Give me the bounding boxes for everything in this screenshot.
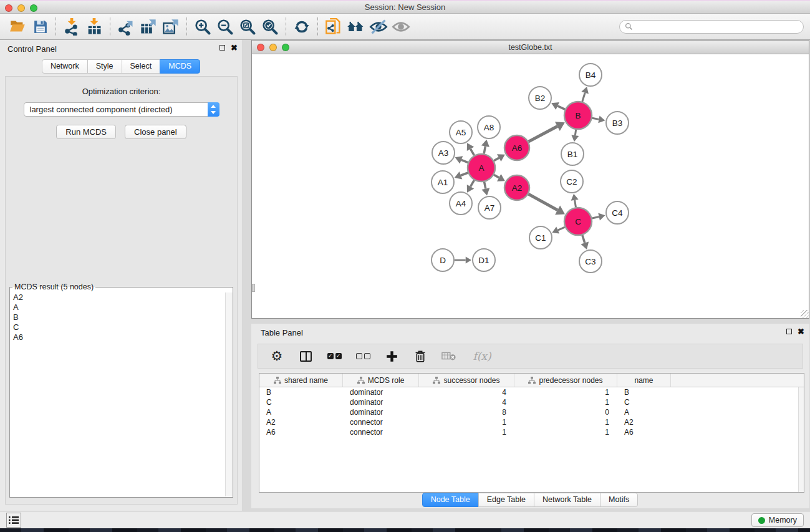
function-builder-button[interactable]: f(x) xyxy=(470,349,494,364)
table-cell[interactable]: 0 xyxy=(514,407,617,417)
new-network-from-selection-button[interactable] xyxy=(322,16,345,37)
memory-button[interactable]: Memory xyxy=(751,513,804,527)
table-cell[interactable]: connector xyxy=(343,427,419,437)
graph-edge-A2-C[interactable] xyxy=(528,194,557,210)
close-panel-button[interactable]: Close panel xyxy=(125,125,186,139)
show-all-button[interactable] xyxy=(390,16,412,37)
column-header-MCDS-role[interactable]: MCDS role xyxy=(343,374,419,387)
graph-edge-A-A6[interactable] xyxy=(494,158,499,161)
network-canvas[interactable]: B4B2BB3B1A5A8A6A3AA1C2A4A7A2C4CC1C3DD1 xyxy=(252,54,809,318)
table-row[interactable]: Bdominator41B xyxy=(259,387,804,397)
graph-edge-A-A7[interactable] xyxy=(485,182,486,189)
first-neighbors-button[interactable] xyxy=(345,16,367,37)
import-network-button[interactable] xyxy=(60,16,83,37)
table-cell[interactable]: B xyxy=(259,387,343,397)
tab-edge-table[interactable]: Edge Table xyxy=(478,493,534,507)
table-cell[interactable]: connector xyxy=(343,417,419,427)
zoom-in-button[interactable] xyxy=(191,16,214,37)
graph-edge-A6-B[interactable] xyxy=(529,127,557,142)
hide-selection-button[interactable] xyxy=(367,16,390,37)
table-cell[interactable]: 4 xyxy=(419,387,514,397)
table-cell[interactable]: 4 xyxy=(419,397,514,407)
column-header-predecessor-nodes[interactable]: predecessor nodes xyxy=(514,374,617,387)
table-cell[interactable]: 1 xyxy=(419,427,514,437)
tab-style[interactable]: Style xyxy=(87,59,122,74)
graph-edge-A-A2[interactable] xyxy=(494,175,499,178)
table-cell[interactable]: 1 xyxy=(514,427,617,437)
table-settings-button[interactable]: ⚙ xyxy=(269,349,284,364)
result-scrollbar[interactable] xyxy=(225,293,233,496)
search-input[interactable] xyxy=(635,22,798,31)
table-row[interactable]: Cdominator41C xyxy=(259,397,804,407)
table-scrollbar[interactable] xyxy=(798,387,804,492)
table-cell[interactable]: dominator xyxy=(343,387,419,397)
table-cell[interactable]: C xyxy=(259,397,343,407)
table-cell[interactable]: 1 xyxy=(514,417,617,427)
graph-edge-B-B1[interactable] xyxy=(575,130,576,135)
export-image-button[interactable] xyxy=(160,16,182,37)
select-all-button[interactable]: ✓✓ xyxy=(327,349,342,364)
table-cell[interactable]: A6 xyxy=(259,427,343,437)
search-box[interactable] xyxy=(619,20,804,34)
column-selector-button[interactable] xyxy=(298,349,313,364)
graph-edge-B-B2[interactable] xyxy=(557,106,565,109)
table-row[interactable]: A6connector11A6 xyxy=(259,427,804,437)
network-window-titlebar[interactable]: testGlobe.txt xyxy=(252,41,809,54)
graph-edge-C-C2[interactable] xyxy=(575,200,576,208)
deselect-all-button[interactable] xyxy=(355,349,370,364)
tab-motifs[interactable]: Motifs xyxy=(600,493,638,507)
graph-edge-A-A5[interactable] xyxy=(471,149,475,155)
table-row[interactable]: A2connector11A2 xyxy=(259,417,804,427)
resize-grip-icon[interactable] xyxy=(801,310,809,318)
table-row[interactable]: Adominator80A xyxy=(259,407,804,417)
table-cell[interactable]: A6 xyxy=(617,427,671,437)
delete-table-button[interactable] xyxy=(441,349,456,364)
close-panel-icon[interactable]: ✖ xyxy=(231,44,238,51)
graph-edge-C-C3[interactable] xyxy=(582,235,585,243)
result-list-item[interactable]: A xyxy=(11,302,224,312)
graph-edge-C-C4[interactable] xyxy=(592,217,599,218)
tab-node-table[interactable]: Node Table xyxy=(422,493,479,507)
table-cell[interactable]: dominator xyxy=(343,397,419,407)
import-table-button[interactable] xyxy=(83,16,105,37)
table-cell[interactable]: 8 xyxy=(419,407,514,417)
column-header-shared-name[interactable]: shared name xyxy=(259,374,343,387)
network-graph[interactable]: B4B2BB3B1A5A8A6A3AA1C2A4A7A2C4CC1C3DD1 xyxy=(252,54,809,318)
run-mcds-button[interactable]: Run MCDS xyxy=(56,125,116,139)
result-list-item[interactable]: B xyxy=(11,312,224,322)
float-table-panel-icon[interactable] xyxy=(786,329,792,334)
tab-network[interactable]: Network xyxy=(42,59,88,74)
table-cell[interactable]: 1 xyxy=(514,397,617,407)
column-header-name[interactable]: name xyxy=(617,374,671,387)
table-cell[interactable]: A xyxy=(617,407,671,417)
frame-edge-grip[interactable] xyxy=(252,284,255,292)
tab-network-table[interactable]: Network Table xyxy=(534,493,600,507)
table-cell[interactable]: A xyxy=(259,407,343,417)
graph-edge-A-A3[interactable] xyxy=(461,160,468,162)
export-table-button[interactable] xyxy=(137,16,160,37)
refresh-button[interactable] xyxy=(291,16,313,37)
task-history-button[interactable] xyxy=(6,513,21,528)
graph-edge-B-B3[interactable] xyxy=(592,118,599,119)
zoom-selected-button[interactable] xyxy=(259,16,281,37)
create-column-button[interactable] xyxy=(384,349,399,364)
graph-edge-A-A1[interactable] xyxy=(461,173,468,175)
result-list-item[interactable]: A2 xyxy=(11,293,224,302)
column-header-successor-nodes[interactable]: successor nodes xyxy=(419,374,514,387)
tab-select[interactable]: Select xyxy=(122,59,161,74)
graph-edge-C-C1[interactable] xyxy=(558,227,565,230)
graph-edge-A-A4[interactable] xyxy=(471,180,475,186)
table-cell[interactable]: A2 xyxy=(617,417,671,427)
open-file-button[interactable] xyxy=(6,16,29,37)
result-list-item[interactable]: C xyxy=(11,322,224,332)
table-cell[interactable]: B xyxy=(617,387,671,397)
save-session-button[interactable] xyxy=(29,16,51,37)
table-cell[interactable]: A2 xyxy=(259,417,343,427)
table-cell[interactable]: dominator xyxy=(343,407,419,417)
result-list-item[interactable]: A6 xyxy=(11,332,224,342)
close-table-panel-icon[interactable]: ✖ xyxy=(798,328,804,335)
node-table[interactable]: shared nameMCDS rolesuccessor nodesprede… xyxy=(259,373,804,493)
graph-edge-A-A8[interactable] xyxy=(484,146,485,153)
table-cell[interactable]: 1 xyxy=(514,387,617,397)
export-network-button[interactable] xyxy=(115,16,137,37)
